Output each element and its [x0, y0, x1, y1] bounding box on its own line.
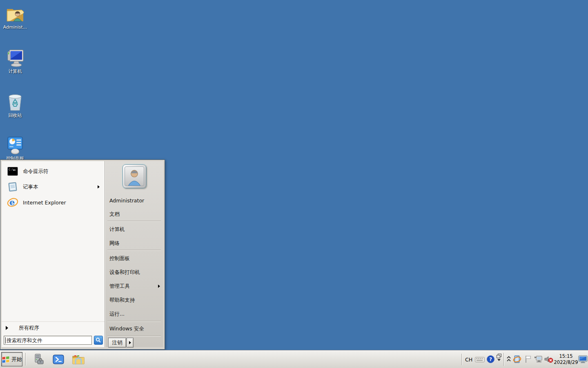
action-center-flag-icon[interactable]	[524, 355, 533, 364]
menu-item-label: 记事本	[23, 184, 38, 191]
desktop: Administ... 计算机 回收站	[0, 0, 588, 368]
start-button-label: 开始	[11, 356, 22, 363]
tray-separator	[503, 353, 504, 366]
show-desktop-monitor-icon[interactable]	[578, 355, 588, 364]
user-name: Administrator	[105, 196, 163, 205]
menu-separator	[2, 321, 105, 322]
menu-item-help-support[interactable]: 帮助和支持	[105, 296, 163, 305]
logoff-options-arrow-button[interactable]	[127, 338, 134, 348]
tray-separator	[461, 354, 462, 365]
menu-item-internet-explorer[interactable]: e Internet Explorer	[2, 195, 105, 210]
menu-item-computer[interactable]: 计算机	[105, 225, 163, 234]
menu-item-notepad[interactable]: 记事本	[2, 179, 105, 195]
logoff-button[interactable]: 注销	[108, 338, 126, 348]
clock-time: 15:15	[551, 353, 581, 359]
menu-item-network[interactable]: 网络	[105, 239, 163, 248]
menu-item-run[interactable]: 运行...	[105, 310, 163, 319]
submenu-arrow-icon	[158, 285, 160, 288]
control-panel-icon	[5, 136, 25, 155]
text-caret	[5, 337, 6, 343]
menu-item-label: 网络	[109, 240, 120, 247]
menu-separator	[107, 250, 161, 251]
menu-item-control-panel[interactable]: 控制面板	[105, 254, 163, 263]
desktop-icon-computer[interactable]: 计算机	[2, 48, 29, 74]
taskbar-separator	[25, 353, 26, 366]
svg-text:e: e	[9, 197, 15, 207]
desktop-icon-label: 回收站	[2, 113, 29, 118]
menu-item-label: Windows 安全	[109, 325, 144, 332]
show-hidden-icons-chevron[interactable]	[506, 355, 511, 363]
search-box	[4, 336, 92, 345]
search-button[interactable]	[94, 336, 103, 345]
restore-window-icon	[497, 354, 501, 358]
menu-item-command-prompt[interactable]: C:\ 命令提示符	[2, 164, 105, 179]
menu-item-devices-printers[interactable]: 设备和打印机	[105, 268, 163, 277]
menu-separator	[107, 321, 161, 322]
chevron-down-icon	[497, 359, 501, 361]
server-manager-icon	[32, 353, 45, 366]
taskbar: 开始	[0, 350, 588, 368]
desktop-icon-administrator-folder[interactable]: Administ...	[2, 5, 29, 30]
recycle-bin-icon	[6, 92, 24, 112]
menu-item-label: Internet Explorer	[23, 200, 66, 206]
svg-text:?: ?	[489, 357, 492, 362]
menu-separator	[107, 221, 161, 222]
desktop-icon-label: 计算机	[2, 69, 29, 74]
menu-item-label: 设备和打印机	[109, 269, 140, 276]
language-bar-options-button[interactable]	[497, 354, 501, 361]
menu-item-label: 运行...	[109, 311, 125, 318]
powershell-icon	[53, 354, 64, 365]
menu-item-label: 计算机	[109, 226, 125, 233]
menu-item-label: 管理工具	[109, 283, 130, 290]
start-menu-left-panel: C:\ 命令提示符	[2, 161, 105, 347]
network-icon[interactable]	[534, 355, 543, 364]
taskbar-item-explorer[interactable]	[72, 353, 85, 366]
menu-item-documents[interactable]: 文档	[105, 210, 163, 219]
menu-item-label: 控制面板	[109, 255, 130, 262]
administrator-folder-icon	[5, 5, 25, 24]
start-menu-right-panel: Administrator 文档 计算机 网络 控制面板 设备和打印机	[105, 161, 163, 347]
cmd-icon: C:\	[7, 165, 19, 177]
search-icon	[96, 337, 101, 343]
keyboard-icon[interactable]	[475, 356, 485, 362]
search-input[interactable]	[7, 337, 88, 344]
search-row	[2, 334, 105, 346]
clock-date: 2022/8/29	[551, 359, 581, 366]
help-icon[interactable]: ?	[487, 355, 494, 363]
desktop-icon-control-panel[interactable]: 控制面板	[2, 136, 29, 161]
user-avatar-picture-icon	[125, 166, 144, 186]
user-avatar[interactable]	[122, 164, 146, 188]
menu-item-label: 帮助和支持	[109, 297, 135, 304]
submenu-arrow-icon	[98, 185, 100, 188]
explorer-icon	[72, 354, 85, 365]
all-programs-arrow-icon	[6, 326, 8, 330]
logoff-row: 注销	[105, 338, 163, 348]
ie-icon: e	[7, 196, 19, 209]
menu-item-admin-tools[interactable]: 管理工具	[105, 282, 163, 291]
taskbar-item-powershell[interactable]	[52, 353, 65, 366]
menu-item-label: 命令提示符	[23, 168, 49, 175]
language-indicator[interactable]: CH	[464, 350, 473, 368]
svg-text:C:\: C:\	[9, 168, 14, 171]
notepad-icon	[7, 181, 19, 193]
desktop-icon-label: Administ...	[2, 25, 29, 30]
all-programs-label: 所有程序	[19, 325, 39, 332]
windows-flag-icon	[2, 356, 10, 363]
desktop-icon-recycle-bin[interactable]: 回收站	[2, 92, 29, 118]
menu-item-windows-security[interactable]: Windows 安全	[105, 324, 163, 333]
tray-program-icon[interactable]	[513, 355, 521, 364]
menu-separator	[107, 336, 161, 337]
all-programs-item[interactable]: 所有程序	[2, 323, 105, 333]
menu-item-label: 文档	[109, 211, 120, 218]
tray-clock[interactable]: 15:15 2022/8/29	[551, 353, 581, 366]
start-menu: C:\ 命令提示符	[0, 159, 165, 350]
computer-icon	[5, 48, 25, 68]
arrow-right-icon	[129, 341, 131, 344]
start-button[interactable]: 开始	[1, 352, 22, 366]
taskbar-item-server-manager[interactable]	[32, 353, 45, 366]
